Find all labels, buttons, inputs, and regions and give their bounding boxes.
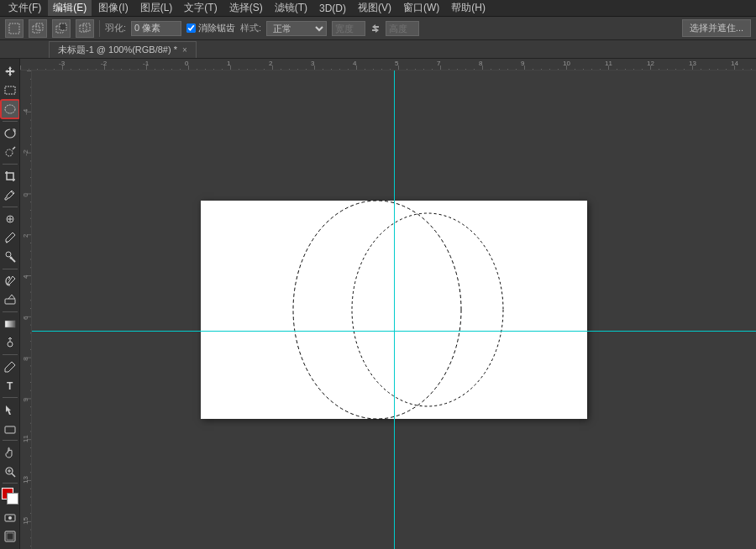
opt-subtract-selection[interactable] [52,19,71,38]
quick-select-tool[interactable] [1,143,19,161]
svg-point-19 [8,342,13,347]
svg-point-9 [6,149,13,156]
move-tool[interactable] [1,62,19,81]
svg-rect-4 [60,24,66,30]
tool-sep8 [3,440,18,441]
tool-sep2 [3,164,18,165]
tool-sep4 [3,269,18,269]
menu-edit[interactable]: 编辑(E) [48,0,92,16]
history-brush-tool[interactable] [1,272,19,290]
toolbar: T [0,59,20,549]
main-area: T [0,59,756,549]
brush-tool[interactable] [1,229,19,248]
antialias-label: 消除锯齿 [198,22,235,34]
gradient-tool[interactable] [1,315,19,333]
menu-file[interactable]: 文件(F) [3,0,46,16]
menu-select[interactable]: 选择(S) [224,0,268,16]
left-ruler [20,71,32,549]
document-tab[interactable]: 未标题-1 @ 100%(RGB/8#) * × [49,41,197,58]
opt-add-selection[interactable] [29,19,47,38]
feather-label: 羽化: [105,22,126,34]
opt-intersect-selection[interactable] [76,19,94,38]
tab-close-btn[interactable]: × [182,45,187,55]
dodge-tool[interactable] [1,333,19,352]
svg-rect-7 [5,86,15,94]
tool-sep1 [3,121,18,122]
menu-window[interactable]: 窗口(W) [398,0,444,16]
style-select[interactable]: 正常 固定比例 固定大小 [266,21,327,36]
menu-view[interactable]: 视图(V) [353,0,396,16]
path-select-tool[interactable] [1,400,19,419]
background-color[interactable] [7,493,18,505]
color-swatches[interactable] [2,488,18,505]
menu-image[interactable]: 图像(I) [93,0,133,16]
menu-layer[interactable]: 图层(L) [135,0,178,16]
svg-point-8 [5,105,15,113]
pen-tool[interactable] [1,358,19,376]
type-tool[interactable]: T [1,377,19,395]
antialias-checkbox-label: 消除锯齿 [186,22,235,34]
tool-sep6 [3,354,18,355]
menu-filter[interactable]: 滤镜(T) [270,0,312,16]
svg-rect-21 [5,426,15,433]
select-mask-button[interactable]: 选择并遮住... [682,19,751,37]
tool-sep7 [3,397,18,398]
menu-help[interactable]: 帮助(H) [446,0,491,16]
svg-rect-18 [5,321,15,327]
feather-input[interactable] [131,21,181,36]
tab-bar: 未标题-1 @ 100%(RGB/8#) * × [0,40,756,59]
menu-3d[interactable]: 3D(D) [314,2,351,15]
quick-mask-btn[interactable] [1,509,19,527]
shape-tool[interactable] [1,420,19,438]
svg-line-23 [12,473,15,477]
svg-line-10 [13,147,15,149]
opt-sep1 [99,20,100,37]
svg-point-27 [8,516,12,520]
clone-stamp-tool[interactable] [1,248,19,266]
eraser-tool[interactable] [1,290,19,309]
antialias-checkbox[interactable] [186,24,196,33]
menu-text[interactable]: 文字(T) [179,0,222,16]
opt-new-selection[interactable] [5,19,24,38]
menu-bar: 文件(F) 编辑(E) 图像(I) 图层(L) 文字(T) 选择(S) 滤镜(T… [0,0,756,17]
svg-text:T: T [7,380,13,391]
ellipse-marquee-tool[interactable] [1,100,19,118]
svg-rect-0 [9,24,19,34]
canvas-area[interactable] [32,71,756,549]
width-input[interactable] [332,21,365,36]
document-canvas [201,201,587,419]
svg-rect-17 [5,299,15,304]
swap-dimensions-icon[interactable] [370,24,381,34]
lasso-tool[interactable] [1,124,19,143]
eyedropper-tool[interactable] [1,186,19,204]
zoom-tool[interactable] [1,463,19,481]
top-ruler [20,59,756,71]
screen-mode-btn[interactable] [1,528,19,546]
tool-sep3 [3,207,18,207]
options-bar: 羽化: 消除锯齿 样式: 正常 固定比例 固定大小 选择并遮住... [0,17,756,40]
tool-sep5 [3,311,18,312]
marquee-rect-tool[interactable] [1,81,19,100]
svg-point-15 [6,252,11,257]
spot-healing-tool[interactable] [1,210,19,228]
svg-point-16 [9,256,12,259]
style-label: 样式: [240,22,261,34]
tab-title: 未标题-1 @ 100%(RGB/8#) * [58,44,177,56]
svg-rect-29 [7,533,13,540]
height-input[interactable] [386,21,419,36]
tool-sep9 [3,483,18,484]
hand-tool[interactable] [1,443,19,462]
crop-tool[interactable] [1,167,19,186]
